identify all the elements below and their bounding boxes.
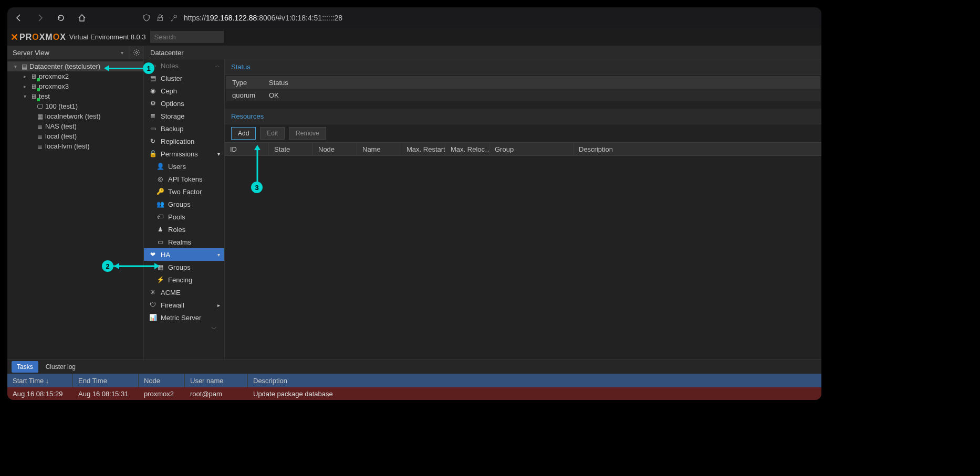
tree-storage-nas[interactable]: ≣ NAS (test) (7, 121, 143, 131)
col-status: Status (263, 79, 820, 87)
url-bar[interactable]: https://192.168.122.88:8006/#v1:0:18:4:5… (143, 14, 342, 22)
svg-marker-7 (254, 145, 260, 150)
nav-groups[interactable]: 👥Groups (144, 198, 224, 210)
annotation-3: 3 (251, 182, 263, 193)
heartbeat-icon: ❤ (149, 251, 157, 258)
gear-button[interactable] (129, 46, 144, 59)
annotation-arrow-2-svg (113, 262, 160, 270)
tree-net[interactable]: ▦ localnetwork (test) (7, 111, 143, 121)
user-icon: 👤 (157, 163, 164, 170)
role-icon: ♟ (157, 226, 164, 233)
svg-marker-5 (154, 263, 160, 269)
server-icon: ▤ (149, 75, 157, 82)
col-start-time[interactable]: Start Time ↓ (7, 374, 73, 387)
nav-cluster[interactable]: ▤Cluster (144, 72, 224, 84)
tasks-panel: Tasks Cluster log Start Time ↓ End Time … (7, 359, 821, 400)
back-button[interactable] (12, 10, 26, 25)
add-button[interactable]: Add (231, 127, 256, 140)
home-button[interactable] (75, 10, 89, 25)
tree-node-proxmox3[interactable]: ▸ 🖥 proxmox3 (7, 81, 143, 91)
tree-vm-100[interactable]: 🖵 100 (test1) (7, 101, 143, 111)
col-description[interactable]: Description (248, 374, 821, 387)
status-row[interactable]: quorum OK (226, 89, 820, 101)
nav-users[interactable]: 👤Users (144, 160, 224, 173)
expand-icon: ▸ (21, 73, 28, 79)
col-node[interactable]: Node (139, 374, 185, 387)
tab-cluster-log[interactable]: Cluster log (40, 361, 81, 373)
node-icon: 🖥 (28, 73, 39, 80)
col-node[interactable]: Node (313, 143, 357, 155)
cert-icon: ✳ (149, 289, 157, 296)
col-user[interactable]: User name (185, 374, 248, 387)
status-header: Status (225, 59, 821, 75)
nav-ceph[interactable]: ◉Ceph (144, 84, 224, 97)
col-end-time[interactable]: End Time (73, 374, 139, 387)
app-header: ✕ PROXMOX Virtual Environment 8.0.3 (7, 28, 821, 46)
nav-pools[interactable]: 🏷Pools (144, 210, 224, 223)
tree-label: test (39, 92, 50, 100)
tree-label: localnetwork (test) (45, 112, 100, 120)
breadcrumb: Datacenter (144, 46, 821, 59)
forward-button[interactable] (33, 10, 47, 25)
nav-roles[interactable]: ♟Roles (144, 223, 224, 236)
server-view-label: Server View (13, 49, 49, 57)
chevron-right-icon: ▸ (217, 302, 220, 308)
node-icon: 🖥 (28, 83, 39, 90)
task-row[interactable]: Aug 16 08:15:29 Aug 16 08:15:31 proxmox2… (7, 387, 821, 400)
nav-options[interactable]: ⚙Options (144, 97, 224, 110)
tree-datacenter[interactable]: ▾ ▤ Datacenter (testcluster) (7, 61, 143, 71)
server-icon: ▤ (19, 63, 29, 70)
annotation-arrow-1 (105, 68, 143, 69)
col-state[interactable]: State (269, 143, 313, 155)
status-table: Type Status quorum OK (226, 76, 820, 101)
annotation-2: 2 (102, 260, 113, 272)
storage-icon: ≣ (35, 143, 45, 150)
chart-icon: 📊 (149, 314, 157, 321)
col-id[interactable]: ID (225, 143, 269, 155)
save-icon: ▭ (149, 125, 157, 132)
nav-api-tokens[interactable]: ◎API Tokens (144, 173, 224, 185)
server-view-select[interactable]: Server View ▾ (7, 46, 129, 59)
svg-point-3 (135, 51, 138, 54)
nav-replication[interactable]: ↻Replication (144, 135, 224, 147)
browser-toolbar: https://192.168.122.88:8006/#v1:0:18:4:5… (7, 7, 821, 28)
scroll-down-icon[interactable]: ﹀ (144, 324, 224, 333)
ceph-icon: ◉ (149, 87, 157, 94)
gear-icon: ⚙ (149, 100, 157, 107)
tree-storage-lvm[interactable]: ≣ local-lvm (test) (7, 141, 143, 151)
resources-grid-header: ID State Node Name Max. Restart Max. Rel… (225, 142, 821, 156)
tree-label: proxmox2 (39, 72, 69, 80)
nav-backup[interactable]: ▭Backup (144, 122, 224, 135)
nav-acme[interactable]: ✳ACME (144, 286, 224, 299)
nav-realms[interactable]: ▭Realms (144, 236, 224, 248)
tree-storage-local[interactable]: ≣ local (test) (7, 131, 143, 141)
nav-metric-server[interactable]: 📊Metric Server (144, 311, 224, 324)
version-label: Virtual Environment 8.0.3 (69, 33, 146, 41)
key-icon: 🔑 (157, 188, 164, 195)
tree-node-test[interactable]: ▾ 🖥 test (7, 91, 143, 101)
nav-two-factor[interactable]: 🔑Two Factor (144, 185, 224, 198)
nav-ha[interactable]: ❤HA▾ (144, 248, 224, 261)
nav-fencing[interactable]: ⚡Fencing (144, 273, 224, 286)
nav-storage[interactable]: ≣Storage (144, 110, 224, 122)
storage-icon: ≣ (35, 123, 45, 130)
edit-button: Edit (260, 127, 285, 140)
col-type: Type (226, 79, 263, 87)
col-max-restart[interactable]: Max. Restart (401, 143, 445, 155)
nav-permissions[interactable]: 🔓Permissions▾ (144, 147, 224, 160)
bolt-icon: ⚡ (157, 276, 164, 283)
search-input[interactable] (150, 31, 224, 43)
chevron-down-icon: ▾ (217, 151, 220, 157)
reload-button[interactable] (54, 10, 68, 25)
col-group[interactable]: Group (489, 143, 574, 155)
col-name[interactable]: Name (357, 143, 401, 155)
tree-node-proxmox2[interactable]: ▸ 🖥 proxmox2 (7, 71, 143, 81)
col-max-reloc[interactable]: Max. Reloc… (445, 143, 489, 155)
tree-label: proxmox3 (39, 82, 69, 90)
tab-tasks[interactable]: Tasks (12, 361, 38, 373)
nav-firewall[interactable]: 🛡Firewall▸ (144, 299, 224, 311)
monitor-icon: 🖵 (35, 103, 45, 110)
nav-notes[interactable]: ▭Notes︿ (144, 59, 224, 72)
proxmox-logo: ✕ PROXMOX (11, 31, 66, 43)
col-description[interactable]: Description (574, 143, 821, 155)
